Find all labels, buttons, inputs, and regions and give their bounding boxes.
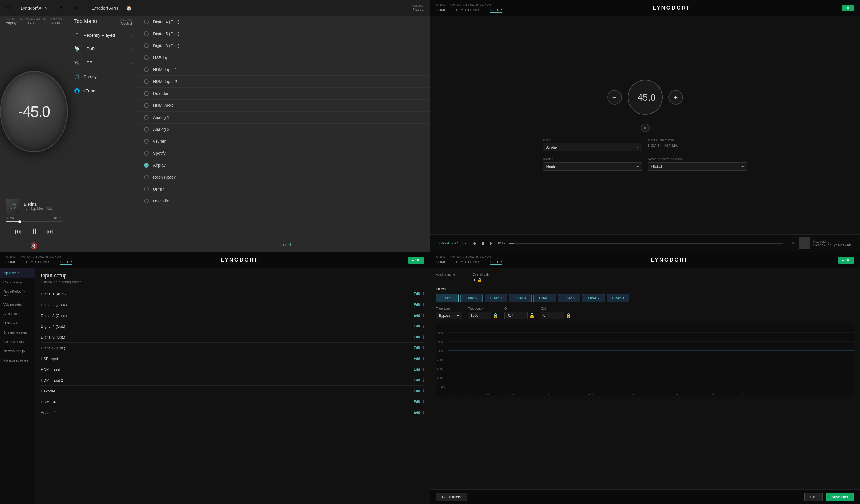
web-nav-headphones[interactable]: HEADPHONES [456, 8, 481, 13]
volume-circle[interactable]: -45.0 [0, 71, 68, 152]
q-input[interactable]: -0.7 [504, 312, 528, 319]
menu-item-spotify[interactable]: 🎵 Spotify › [68, 70, 138, 84]
input-option-hdmi-arc[interactable]: HDMI ARC [138, 100, 430, 112]
mute-icon[interactable]: 🔇 [30, 242, 38, 249]
edit-btn-analog1[interactable]: Edit [414, 411, 420, 415]
edit-btn-dekoder[interactable]: Edit [414, 389, 420, 393]
next-button[interactable]: ⏭ [47, 228, 53, 235]
sidebar-item-hdmi-setup[interactable]: HDMI setup [0, 318, 35, 328]
filter-button-f8[interactable]: Filter 8 [607, 294, 629, 302]
edit-btn-hdmi1[interactable]: Edit [414, 367, 420, 371]
edit-btn-hdmi-arc[interactable]: Edit [414, 400, 420, 404]
filter-nav-headphones[interactable]: HEADPHONES [456, 260, 481, 265]
info-icon-hdmi-arc[interactable]: ℹ [423, 399, 424, 404]
input-option-usb-input[interactable]: USB Input [138, 52, 430, 64]
input-option-vtuner-in[interactable]: vTuner [138, 135, 430, 147]
filter-button-f6[interactable]: Filter 6 [558, 294, 581, 302]
info-icon-hdmi2[interactable]: ℹ [423, 378, 424, 383]
filter-on-badge[interactable]: ●ON [838, 257, 854, 264]
streaming-progress-bar[interactable] [509, 243, 783, 244]
prev-stream-icon[interactable]: ⏮ [473, 241, 477, 246]
input-option-upnp-in[interactable]: UPnP [138, 183, 430, 195]
info-icon-analog1[interactable]: ℹ [423, 410, 424, 415]
play-button[interactable]: ⏸ [30, 227, 38, 236]
sidebar-item-audio-setup[interactable]: Audio setup [0, 309, 35, 318]
info-icon-digital2[interactable]: ℹ [423, 302, 424, 307]
menu-item-upnp[interactable]: 📡 UPnP › [68, 42, 138, 56]
gain-lock[interactable]: 🔒 [565, 313, 571, 318]
filter-type-select[interactable]: Bypass ▾ [436, 312, 462, 319]
sidebar-item-general-setup[interactable]: General setup [0, 337, 35, 346]
input-option-analog2[interactable]: Analog 2 [138, 123, 430, 135]
input-option-hdmi2[interactable]: HDMI Input 2 [138, 76, 430, 88]
edit-btn-digital1[interactable]: Edit [414, 292, 420, 296]
web-on-badge[interactable]: ON [842, 5, 854, 11]
filter-button-f3[interactable]: Filter 3 [485, 294, 507, 302]
frequency-lock[interactable]: 🔒 [493, 313, 499, 318]
voicing-select[interactable]: Neutral ▾ [543, 162, 642, 171]
sidebar-item-input-setup[interactable]: Input setup [0, 268, 35, 278]
info-icon-digital5[interactable]: ℹ [423, 335, 424, 339]
menu-settings-icon[interactable]: ⚙ [74, 5, 78, 11]
setup-nav-setup[interactable]: SETUP [60, 260, 72, 265]
progress-bar-area[interactable]: 02:26 06:09 [0, 217, 68, 222]
menu-item-recently-played[interactable]: ⏱ Recently Played › [68, 28, 138, 42]
info-icon-usb-input[interactable]: ℹ [423, 356, 424, 361]
vol-plus-button[interactable]: + [669, 90, 683, 105]
info-icon-digital3[interactable]: ℹ [423, 313, 424, 318]
info-icon-digital1[interactable]: ℹ [423, 292, 424, 296]
q-lock[interactable]: 🔒 [529, 313, 535, 318]
refresh-icon[interactable]: ↺ [58, 5, 62, 11]
frequency-input[interactable]: 1000 [468, 312, 491, 319]
edit-btn-hdmi2[interactable]: Edit [414, 378, 420, 382]
menu-item-usb[interactable]: 🔌 USB › [68, 56, 138, 70]
menu-item-vtuner[interactable]: 🌐 vTuner › [68, 84, 138, 98]
overall-gain-lock[interactable]: 🔒 [477, 278, 482, 282]
filter-button-f7[interactable]: Filter 7 [582, 294, 605, 302]
input-option-spotify-in[interactable]: Spotify [138, 147, 430, 159]
sidebar-item-voicing-setup[interactable]: Voicing setup [0, 300, 35, 309]
sidebar-item-streaming-setup[interactable]: Streaming setup [0, 328, 35, 337]
input-select[interactable]: Airplay ▾ [543, 143, 642, 151]
web-nav-setup[interactable]: SETUP [490, 8, 502, 13]
input-option-usb-file[interactable]: USB File [138, 195, 430, 207]
edit-btn-digital6[interactable]: Edit [414, 346, 420, 350]
filter-nav-home[interactable]: HOME [436, 260, 446, 265]
info-icon-dekoder[interactable]: ℹ [423, 389, 424, 393]
filter-button-f4[interactable]: Filter 4 [509, 294, 532, 302]
web-nav-home[interactable]: HOME [436, 8, 446, 13]
sidebar-item-output-setup[interactable]: Output setup [0, 278, 35, 287]
input-option-digital5[interactable]: Digital 5 (Opt.) [138, 28, 430, 40]
clear-filters-button[interactable]: Clear filters [436, 493, 467, 501]
roomperfect-select[interactable]: Global ▾ [648, 162, 747, 171]
filter-nav-setup[interactable]: SETUP [490, 260, 502, 265]
input-option-airplay[interactable]: Airplay [138, 159, 430, 171]
play-stream-icon[interactable]: ⏵ [489, 241, 493, 246]
info-icon-digital4[interactable]: ℹ [423, 324, 424, 329]
setup-nav-headphones[interactable]: HEADPHONES [26, 260, 51, 265]
menu-home-icon[interactable]: 🏠 [126, 5, 132, 11]
edit-btn-digital4[interactable]: Edit [414, 324, 420, 328]
vol-minus-button[interactable]: − [607, 90, 622, 105]
gain-input[interactable]: 0 [541, 312, 564, 319]
edit-btn-usb-input[interactable]: Edit [414, 357, 420, 361]
pause-stream-icon[interactable]: ⏸ [481, 241, 485, 246]
input-option-analog1[interactable]: Analog 1 [138, 112, 430, 123]
edit-btn-digital5[interactable]: Edit [414, 335, 420, 339]
filter-button-f1[interactable]: Filter 1 [436, 294, 459, 302]
setup-on-badge[interactable]: ●ON [408, 257, 424, 264]
exit-button[interactable]: Exit [804, 493, 823, 501]
cancel-button[interactable]: Cancel [138, 238, 430, 252]
edit-btn-digital3[interactable]: Edit [414, 313, 420, 317]
input-option-digital6[interactable]: Digital 6 (Opt.) [138, 40, 430, 52]
filter-button-f5[interactable]: Filter 5 [533, 294, 556, 302]
info-icon-digital6[interactable]: ℹ [423, 345, 424, 350]
input-option-roon[interactable]: Roon Ready [138, 171, 430, 183]
sidebar-item-manage-software[interactable]: Manage software› [0, 356, 35, 365]
sidebar-item-network-setup[interactable]: Network setup› [0, 346, 35, 356]
input-option-dekoder[interactable]: Dekoder [138, 88, 430, 100]
input-option-digital4[interactable]: Digital 4 (Opt.) [138, 16, 430, 28]
setup-nav-home[interactable]: HOME [6, 260, 16, 265]
input-option-hdmi1[interactable]: HDMI Input 1 [138, 64, 430, 76]
filter-button-f2[interactable]: Filter 2 [460, 294, 483, 302]
